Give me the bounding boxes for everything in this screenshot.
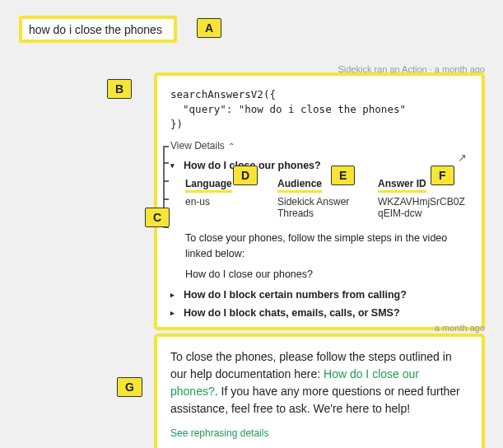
- result-row-0[interactable]: ▾ How do I close our phones?: [170, 160, 468, 171]
- result-0-body: To close your phones, follow the simple …: [185, 231, 468, 282]
- callout-d: D: [233, 166, 258, 185]
- user-query-text: how do i close the phones: [29, 23, 162, 36]
- col-language-value: en-us: [185, 196, 251, 208]
- callout-b: B: [107, 79, 132, 99]
- result-0-body-line2: How do I close our phones?: [185, 267, 468, 282]
- result-0-meta: Language en-us Audience Sidekick Answer …: [185, 178, 468, 219]
- col-language-header: Language: [185, 178, 232, 193]
- view-details-toggle[interactable]: View Details ⌃: [170, 140, 468, 152]
- code-line-3: }): [170, 117, 468, 132]
- user-query-box: how do i close the phones: [19, 16, 177, 43]
- view-details-label: View Details: [170, 140, 225, 152]
- search-call-panel: searchAnswersV2({ "query": "how do i clo…: [154, 72, 485, 330]
- chevron-up-icon: ⌃: [228, 142, 235, 151]
- callout-g: G: [117, 377, 142, 397]
- caret-right-icon: ▸: [170, 309, 177, 317]
- see-rephrasing-link[interactable]: See rephrasing details: [170, 426, 468, 441]
- col-audience-value: Sidekick Answer Threads: [277, 196, 352, 219]
- callout-c: C: [145, 208, 170, 227]
- caret-down-icon: ▾: [170, 161, 177, 170]
- reply-post: . If you have any more questions or need…: [170, 385, 460, 415]
- result-2-title: How do I block chats, emails, calls, or …: [184, 307, 400, 319]
- result-row-1[interactable]: ▸ How do I block certain numbers from ca…: [170, 289, 468, 301]
- external-link-icon[interactable]: ↗: [458, 152, 467, 164]
- reply-timestamp: a month ago: [435, 323, 485, 333]
- assistant-reply-panel: To close the phones, please follow the s…: [154, 334, 485, 448]
- result-row-2[interactable]: ▸ How do I block chats, emails, calls, o…: [170, 307, 468, 319]
- callout-e: E: [331, 166, 355, 185]
- col-audience-header: Audience: [277, 178, 322, 193]
- result-0-body-line1: To close your phones, follow the simple …: [185, 231, 468, 262]
- col-answerid-value: WKZAVHmjSrCB0ZqEIM-dcw: [378, 196, 468, 219]
- result-1-title: How do I block certain numbers from call…: [184, 289, 407, 301]
- col-answerid-header: Answer ID: [378, 178, 426, 193]
- caret-right-icon: ▸: [170, 291, 177, 299]
- code-line-1: searchAnswersV2({: [170, 87, 468, 102]
- code-line-2: "query": "how do i close the phones": [170, 102, 468, 117]
- callout-f: F: [431, 166, 454, 185]
- callout-a: A: [197, 18, 221, 38]
